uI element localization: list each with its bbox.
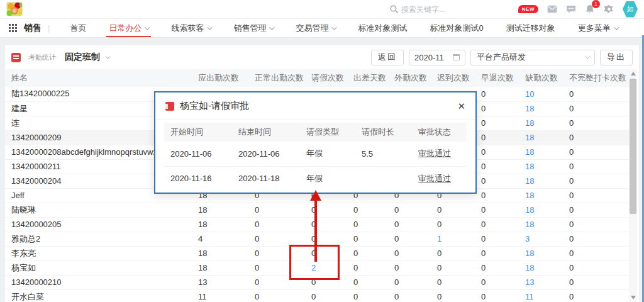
count-cell: 0 xyxy=(347,217,388,232)
mail-icon[interactable] xyxy=(547,4,557,14)
count-cell: 0 xyxy=(248,246,305,260)
count-cell: 0 xyxy=(388,260,431,275)
count-link[interactable]: 18 xyxy=(525,263,534,272)
nav-item-7[interactable]: 测试迁移对象 xyxy=(495,19,567,37)
month-picker[interactable]: 2020-11 xyxy=(409,50,465,65)
nav-item-6[interactable]: 标准对象测试0 xyxy=(418,19,494,37)
vertical-scrollbar[interactable] xyxy=(629,69,637,302)
nav-item-label: 销售管理 xyxy=(233,23,266,34)
count-link[interactable]: 18 xyxy=(525,133,534,142)
scroll-down-arrow-icon[interactable] xyxy=(631,296,636,299)
nav-item-label: 标准对象测试 xyxy=(358,23,407,34)
count-link[interactable]: 18 xyxy=(525,191,534,200)
chevron-down-icon xyxy=(208,25,213,30)
leave-doc-icon xyxy=(165,102,174,111)
global-search[interactable] xyxy=(390,5,470,14)
count-link[interactable]: 18 xyxy=(525,249,534,258)
navbar: 销售 | 首页日常办公线索获客销售管理交易管理标准对象测试标准对象测试0测试迁移… xyxy=(0,19,644,38)
chevron-down-icon xyxy=(270,25,275,30)
modal-column-header: 请假类型 xyxy=(300,123,355,142)
count-link[interactable]: 18 xyxy=(525,176,534,186)
count-link[interactable]: 1 xyxy=(437,234,441,243)
modal-header-row: 开始时间结束时间请假类型请假时长审批状态 xyxy=(164,123,467,142)
nav-item-5[interactable]: 标准对象测试 xyxy=(347,19,418,37)
count-cell: 0 xyxy=(248,289,305,302)
count-cell: 0 xyxy=(388,289,431,302)
nav-item-1[interactable]: 日常办公 xyxy=(97,19,160,37)
export-button[interactable]: 导出 xyxy=(600,50,633,65)
shift-type-dropdown[interactable]: 固定班制 xyxy=(65,52,109,63)
modal-cell: 审批通过 xyxy=(412,166,467,191)
count-cell: 0 xyxy=(475,145,519,159)
count-link[interactable]: 18 xyxy=(525,118,534,128)
count-link[interactable]: 2 xyxy=(311,263,316,272)
count-cell: 0 xyxy=(431,203,475,217)
month-value: 2020-11 xyxy=(414,53,444,62)
count-cell: 4 xyxy=(192,232,248,246)
gear-icon[interactable] xyxy=(604,4,614,14)
count-cell: 18 xyxy=(519,159,563,174)
chevron-down-icon xyxy=(614,25,619,30)
back-button[interactable]: 返回 xyxy=(371,50,404,65)
count-cell: 0 xyxy=(563,203,629,217)
count-cell: 0 xyxy=(563,101,629,116)
count-link[interactable]: 3 xyxy=(525,234,530,243)
toolbar: 考勤统计 固定班制 返回 2020-11 平台产品研发 导出 xyxy=(5,45,639,69)
nav-item-4[interactable]: 交易管理 xyxy=(284,19,347,37)
count-cell: 0 xyxy=(475,289,519,302)
department-select[interactable]: 平台产品研发 xyxy=(470,50,595,65)
nav-item-3[interactable]: 销售管理 xyxy=(222,19,284,37)
count-cell: 0 xyxy=(475,217,519,232)
avatar[interactable]: 如 xyxy=(623,1,638,18)
modal-cell: 审批通过 xyxy=(412,142,467,166)
count-cell: 18 xyxy=(519,101,563,116)
nav-item-2[interactable]: 线索获客 xyxy=(160,19,222,37)
count-cell: 0 xyxy=(388,217,431,232)
scroll-up-arrow-icon[interactable] xyxy=(631,72,636,76)
count-cell: 18 xyxy=(519,217,563,232)
column-header: 出差天数 xyxy=(347,69,388,87)
column-header: 姓名 xyxy=(5,69,192,87)
count-cell: 18 xyxy=(519,260,563,275)
close-icon[interactable]: ✕ xyxy=(457,101,465,111)
bell-icon[interactable]: 1 xyxy=(585,4,595,14)
modal-table-body: 2020-11-062020-11-06年假5.5审批通过2020-11-162… xyxy=(164,142,467,191)
count-link[interactable]: 13 xyxy=(525,277,534,287)
approval-status-link[interactable]: 审批通过 xyxy=(418,174,451,183)
count-cell: 18 xyxy=(192,203,248,217)
modal-cell: 2020-11-18 xyxy=(232,166,300,191)
search-icon xyxy=(390,5,398,13)
count-cell: 18 xyxy=(519,174,563,188)
nav-item-8[interactable]: 更多菜单 xyxy=(567,19,629,37)
count-cell: 0 xyxy=(248,217,305,232)
count-cell: 0 xyxy=(305,217,347,232)
count-link[interactable]: 18 xyxy=(525,147,534,157)
count-cell: 1 xyxy=(431,232,475,246)
count-link[interactable]: 18 xyxy=(525,220,534,229)
modal-cell: 年假 xyxy=(300,142,355,166)
nav-item-0[interactable]: 首页 xyxy=(58,19,97,37)
count-cell: 0 xyxy=(305,203,347,217)
table-row: 杨宝如18020000180 xyxy=(5,260,629,275)
employee-name: 13420000205 xyxy=(5,217,192,232)
chat-icon[interactable] xyxy=(566,4,576,14)
count-link[interactable]: 11 xyxy=(525,292,534,301)
count-link[interactable]: 18 xyxy=(525,104,534,113)
count-link[interactable]: 10 xyxy=(525,89,534,99)
count-cell: 0 xyxy=(475,87,519,101)
app-logo[interactable] xyxy=(6,2,23,16)
scrollbar-thumb[interactable] xyxy=(630,79,636,214)
leave-record-row: 2020-11-162020-11-18年假审批通过 xyxy=(164,166,467,191)
count-cell: 18 xyxy=(519,246,563,260)
count-cell: 0 xyxy=(563,260,629,275)
app-launcher-icon[interactable] xyxy=(8,23,18,33)
column-header: 缺勤次数 xyxy=(519,69,563,87)
table-row: 1342000020518000000180 xyxy=(5,217,629,232)
modal-column-header: 审批状态 xyxy=(412,123,467,142)
employee-name: 李东亮 xyxy=(5,246,192,260)
count-link[interactable]: 18 xyxy=(525,205,534,215)
app-name[interactable]: 销售 xyxy=(24,23,42,34)
search-input[interactable] xyxy=(401,5,470,14)
count-link[interactable]: 18 xyxy=(525,162,534,171)
approval-status-link[interactable]: 审批通过 xyxy=(418,148,451,158)
